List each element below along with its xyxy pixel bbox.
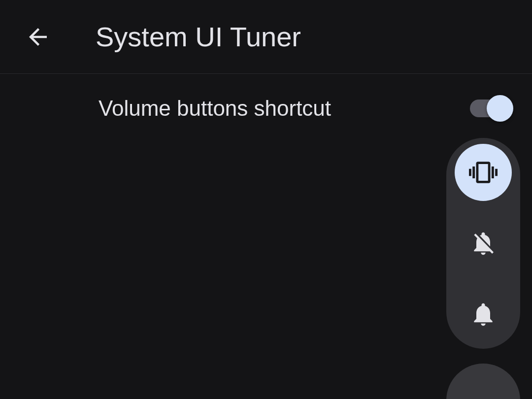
- vibrate-mode-button[interactable]: [455, 144, 512, 201]
- toggle-thumb: [487, 95, 513, 122]
- back-button[interactable]: [25, 24, 51, 50]
- content: Volume buttons shortcut: [0, 74, 532, 121]
- volume-shortcut-toggle[interactable]: [470, 100, 512, 117]
- vibrate-icon: [469, 158, 498, 187]
- page-title: System UI Tuner: [96, 21, 301, 53]
- mute-mode-button[interactable]: [455, 215, 512, 272]
- volume-slider[interactable]: [446, 364, 520, 399]
- bell-off-icon: [469, 230, 497, 257]
- setting-label: Volume buttons shortcut: [99, 96, 331, 121]
- arrow-left-icon: [25, 24, 51, 50]
- volume-panel: [446, 138, 520, 399]
- ring-mode-button[interactable]: [455, 286, 512, 343]
- ringer-mode-pill: [446, 138, 520, 349]
- header: System UI Tuner: [0, 0, 532, 74]
- setting-volume-shortcut[interactable]: Volume buttons shortcut: [99, 96, 433, 121]
- bell-icon: [469, 300, 497, 328]
